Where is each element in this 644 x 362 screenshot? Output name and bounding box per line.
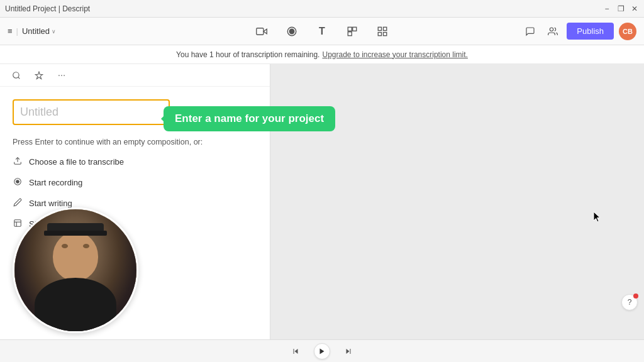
search-button[interactable]	[8, 67, 25, 84]
notification-bar: You have 1 hour of transcription remaini…	[0, 45, 644, 64]
svg-marker-23	[320, 348, 325, 354]
svg-point-13	[58, 75, 60, 76]
svg-point-18	[16, 180, 19, 184]
restore-button[interactable]: ❐	[616, 4, 625, 13]
window-controls: − ❐ ✕	[602, 4, 639, 13]
write-label: Start writing	[29, 199, 72, 208]
write-icon	[13, 198, 23, 209]
help-button[interactable]: ?	[621, 294, 638, 310]
text-tool-button[interactable]: T	[312, 21, 332, 41]
sparkle-button[interactable]	[30, 67, 48, 84]
record-tool-button[interactable]	[282, 21, 302, 41]
notification-text: You have 1 hour of transcription remaini…	[176, 50, 319, 59]
svg-rect-7	[384, 27, 387, 30]
camera-feed	[13, 207, 138, 333]
svg-point-10	[550, 28, 553, 31]
skip-back-button[interactable]	[287, 343, 304, 359]
subtitle-text: Press Enter to continue with an empty co…	[0, 133, 270, 156]
cursor	[593, 211, 601, 222]
help-notification-dot	[633, 293, 638, 299]
svg-point-15	[64, 75, 65, 76]
left-panel: Enter a name for your project Press Ente…	[0, 64, 270, 339]
transport-bar	[0, 339, 644, 362]
transcribe-icon	[13, 156, 23, 167]
logo-icon: ≡	[8, 26, 13, 36]
text-icon: T	[319, 26, 325, 37]
help-icon: ?	[628, 298, 632, 307]
record-icon	[13, 177, 23, 188]
svg-rect-24	[350, 349, 351, 354]
toolbar-right: Publish CB	[521, 23, 636, 40]
toolbar-center: T	[252, 21, 392, 41]
svg-rect-8	[384, 32, 387, 35]
user-avatar[interactable]: CB	[619, 23, 636, 40]
svg-rect-3	[348, 27, 352, 31]
svg-rect-9	[378, 32, 381, 35]
editor-toolbar	[0, 64, 270, 87]
svg-rect-5	[348, 31, 352, 35]
project-name-button[interactable]: Untitled ∨	[22, 26, 56, 36]
option-record[interactable]: Start recording	[13, 177, 257, 188]
camera-placeholder	[14, 209, 136, 331]
chat-button[interactable]	[521, 23, 539, 40]
main-toolbar: ≡ | Untitled ∨ T	[0, 18, 644, 45]
svg-point-2	[289, 29, 294, 34]
toolbar-separator: |	[16, 26, 18, 36]
option-write[interactable]: Start writing	[13, 198, 257, 209]
title-bar-title: Untitled Project | Descript	[5, 4, 90, 13]
svg-line-12	[18, 77, 20, 79]
camera-tool-button[interactable]	[252, 21, 272, 41]
more-button[interactable]	[53, 67, 70, 84]
upgrade-link[interactable]: Upgrade to increase your transcription l…	[322, 50, 467, 59]
svg-rect-22	[294, 349, 294, 354]
svg-rect-4	[353, 27, 357, 31]
project-dropdown-icon: ∨	[52, 28, 56, 35]
play-button[interactable]	[314, 343, 330, 359]
invite-button[interactable]	[544, 23, 562, 40]
svg-point-11	[13, 72, 19, 77]
grid-tool-button[interactable]	[372, 21, 392, 41]
layers-tool-button[interactable]	[342, 21, 362, 41]
skip-forward-button[interactable]	[340, 343, 357, 359]
tooltip-text: Enter a name for your project	[175, 112, 324, 124]
transcribe-label: Choose a file to transcribe	[29, 157, 124, 167]
toolbar-logo[interactable]: ≡	[8, 26, 13, 36]
minimize-button[interactable]: −	[602, 4, 611, 13]
right-panel: ?	[270, 64, 644, 339]
record-label: Start recording	[29, 178, 82, 187]
svg-rect-6	[378, 27, 381, 30]
option-transcribe[interactable]: Choose a file to transcribe	[13, 156, 257, 167]
close-button[interactable]: ✕	[630, 4, 639, 13]
title-bar: Untitled Project | Descript − ❐ ✕	[0, 0, 644, 18]
content-area: Enter a name for your project Press Ente…	[0, 64, 644, 339]
svg-point-14	[61, 75, 62, 76]
svg-rect-0	[257, 28, 264, 35]
project-name-label: Untitled	[22, 26, 50, 36]
tooltip-bubble: Enter a name for your project	[164, 106, 335, 131]
publish-button[interactable]: Publish	[567, 23, 614, 40]
project-name-input[interactable]	[13, 99, 170, 125]
